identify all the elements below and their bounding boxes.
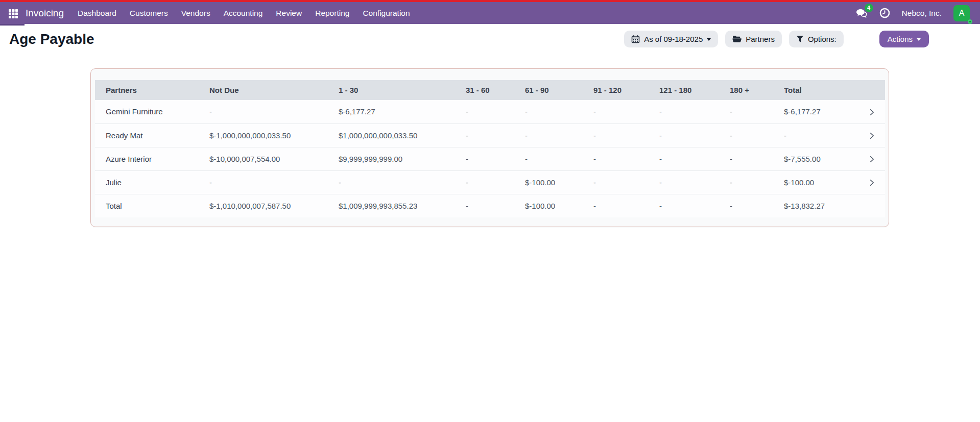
amount-cell: $9,999,999,999.00	[339, 147, 466, 170]
nav-item-review[interactable]: Review	[269, 9, 308, 18]
options-button[interactable]: Options:	[789, 31, 844, 47]
navbar-left: Invoicing Dashboard Customers Vendors Ac…	[8, 8, 417, 19]
page-content: Age Payable As of 09-18-2025	[0, 24, 980, 227]
table-row[interactable]: Azure Interior$-10,000,007,554.00$9,999,…	[95, 147, 885, 170]
amount-cell: -	[466, 100, 525, 123]
row-expand-cell[interactable]	[868, 100, 885, 123]
column-header-not-due: Not Due	[209, 80, 339, 100]
amount-cell: -	[784, 123, 868, 147]
chevron-right-icon[interactable]	[868, 132, 876, 140]
row-expand-cell[interactable]	[868, 123, 885, 147]
amount-cell: $1,000,000,000,033.50	[339, 123, 466, 147]
partner-name-cell: Total	[95, 194, 209, 217]
amount-cell: -	[659, 170, 730, 194]
column-header-121-180: 121 - 180	[659, 80, 730, 100]
amount-cell: -	[659, 194, 730, 217]
column-header-total: Total	[784, 80, 868, 100]
calendar-icon	[631, 35, 640, 43]
amount-cell: -	[659, 123, 730, 147]
aged-payable-card: Partners Not Due 1 - 30 31 - 60 61 - 90 …	[90, 68, 889, 227]
column-header-91-120: 91 - 120	[593, 80, 659, 100]
partner-name-cell: Azure Interior	[95, 147, 209, 170]
app-name[interactable]: Invoicing	[26, 8, 64, 19]
amount-cell: -	[466, 147, 525, 170]
nav-item-dashboard[interactable]: Dashboard	[71, 9, 123, 18]
table-header-row: Partners Not Due 1 - 30 31 - 60 61 - 90 …	[95, 80, 885, 100]
partner-name-cell: Gemini Furniture	[95, 100, 209, 123]
partner-name-cell: Julie	[95, 170, 209, 194]
amount-cell: -	[730, 100, 784, 123]
date-filter-button[interactable]: As of 09-18-2025	[624, 31, 718, 47]
amount-cell: $1,009,999,993,855.23	[339, 194, 466, 217]
main-navbar: Invoicing Dashboard Customers Vendors Ac…	[0, 2, 980, 24]
table-row-total: Total$-1,010,000,007,587.50$1,009,999,99…	[95, 194, 885, 217]
amount-cell: $-100.00	[784, 170, 868, 194]
amount-cell: $-6,177.27	[339, 100, 466, 123]
navbar-active-indicator	[0, 24, 25, 26]
filter-funnel-icon	[796, 35, 804, 43]
actions-button[interactable]: Actions	[879, 31, 929, 47]
table-row[interactable]: Gemini Furniture-$-6,177.27-----$-6,177.…	[95, 100, 885, 123]
page-header: Age Payable As of 09-18-2025	[0, 24, 980, 47]
date-filter-label: As of 09-18-2025	[644, 35, 703, 43]
nav-menu: Dashboard Customers Vendors Accounting R…	[71, 9, 417, 18]
column-header-actions	[868, 80, 885, 100]
page-title: Age Payable	[9, 31, 624, 47]
apps-menu-button[interactable]	[8, 8, 20, 19]
amount-cell: -	[209, 170, 339, 194]
online-status-dot	[968, 19, 972, 24]
amount-cell: -	[525, 147, 593, 170]
amount-cell: -	[593, 100, 659, 123]
options-label: Options:	[808, 35, 836, 43]
chevron-right-icon[interactable]	[868, 108, 876, 116]
caret-down-icon	[707, 38, 711, 41]
apps-grid-icon	[8, 9, 18, 19]
table-row[interactable]: Julie---$-100.00---$-100.00	[95, 170, 885, 194]
amount-cell: -	[339, 170, 466, 194]
messages-button[interactable]: 4	[855, 8, 868, 18]
amount-cell: -	[593, 123, 659, 147]
amount-cell: -	[730, 194, 784, 217]
row-expand-cell[interactable]	[868, 147, 885, 170]
user-avatar[interactable]: A	[953, 5, 970, 21]
chevron-right-icon[interactable]	[868, 179, 876, 187]
actions-label: Actions	[888, 35, 913, 43]
amount-cell: -	[466, 170, 525, 194]
partners-filter-label: Partners	[746, 35, 775, 43]
chevron-right-icon[interactable]	[868, 155, 876, 163]
column-header-31-60: 31 - 60	[466, 80, 525, 100]
amount-cell: -	[659, 100, 730, 123]
row-expand-cell[interactable]	[868, 170, 885, 194]
nav-item-customers[interactable]: Customers	[123, 9, 175, 18]
nav-item-vendors[interactable]: Vendors	[175, 9, 217, 18]
amount-cell: -	[209, 100, 339, 123]
amount-cell: $-6,177.27	[784, 100, 868, 123]
nav-item-reporting[interactable]: Reporting	[308, 9, 356, 18]
messages-badge: 4	[865, 4, 873, 12]
report-controls: As of 09-18-2025 Partners Options:	[624, 31, 929, 47]
aged-payable-table-body: Gemini Furniture-$-6,177.27-----$-6,177.…	[95, 100, 885, 217]
column-header-partners: Partners	[95, 80, 209, 100]
nav-item-accounting[interactable]: Accounting	[217, 9, 270, 18]
column-header-1-30: 1 - 30	[339, 80, 466, 100]
amount-cell: $-100.00	[525, 170, 593, 194]
table-row[interactable]: Ready Mat$-1,000,000,000,033.50$1,000,00…	[95, 123, 885, 147]
clock-icon	[879, 8, 890, 18]
amount-cell: -	[593, 194, 659, 217]
amount-cell: -	[730, 170, 784, 194]
app-window: Invoicing Dashboard Customers Vendors Ac…	[0, 0, 980, 422]
amount-cell: -	[659, 147, 730, 170]
company-name[interactable]: Nebco, Inc.	[902, 9, 942, 18]
amount-cell: -	[525, 123, 593, 147]
amount-cell: $-13,832.27	[784, 194, 868, 217]
aged-payable-table: Partners Not Due 1 - 30 31 - 60 61 - 90 …	[95, 80, 885, 217]
activities-button[interactable]	[879, 8, 890, 18]
amount-cell: $-7,555.00	[784, 147, 868, 170]
nav-item-configuration[interactable]: Configuration	[356, 9, 416, 18]
partners-filter-button[interactable]: Partners	[725, 31, 782, 47]
amount-cell: $-1,000,000,000,033.50	[209, 123, 339, 147]
partner-name-cell: Ready Mat	[95, 123, 209, 147]
column-header-61-90: 61 - 90	[525, 80, 593, 100]
amount-cell: -	[466, 194, 525, 217]
amount-cell: -	[730, 123, 784, 147]
